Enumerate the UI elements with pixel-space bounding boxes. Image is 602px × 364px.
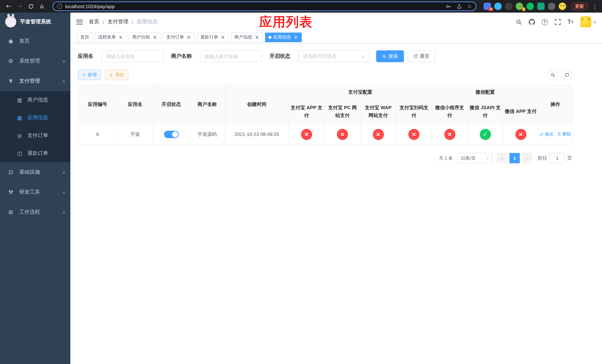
breadcrumb: 首页 / 支付管理 / 应用信息	[89, 19, 158, 25]
home-icon[interactable]: ⌂	[38, 3, 46, 9]
col-header-wx-jsapi: 微信 JSAPI 支付	[467, 99, 503, 124]
breadcrumb-payment[interactable]: 支付管理	[108, 19, 128, 25]
viewport: ← → ⌂ i localhost:1024/pay/app ☆ 10 1 更新	[0, 0, 602, 364]
github-icon[interactable]	[529, 19, 535, 25]
caret-down-icon: ∨	[362, 54, 364, 58]
sidebar-item-refund-order[interactable]: ◫ 退款订单	[0, 144, 70, 162]
goto-label: 前往	[538, 155, 547, 161]
tab-home[interactable]: 首页	[77, 32, 93, 42]
col-header-alipay-qr: 支付宝扫码支付	[396, 99, 432, 124]
sidebar-item-merchant-info[interactable]: ▥ 商户信息	[0, 91, 70, 109]
yen-icon: ¥	[7, 78, 14, 85]
table-toolbar: + 新增 导出	[78, 70, 572, 80]
profile-emoji-icon[interactable]	[559, 3, 566, 10]
col-group-wechat: 微信配置	[432, 85, 538, 99]
sidebar-collapse-icon[interactable]	[76, 20, 83, 24]
cell-app-name: 芋道	[117, 124, 153, 145]
tab-pay-order[interactable]: 支付订单×	[163, 32, 195, 42]
close-icon[interactable]: ×	[220, 35, 226, 40]
export-button[interactable]: 导出	[105, 70, 129, 80]
delete-link[interactable]: 删除	[557, 131, 571, 137]
address-bar[interactable]: i localhost:1024/pay/app ☆	[53, 1, 476, 11]
close-icon[interactable]: ×	[293, 35, 298, 40]
app-name-input[interactable]	[101, 50, 164, 62]
breadcrumb-app-info: 应用信息	[137, 19, 158, 25]
refresh-button[interactable]	[562, 70, 572, 80]
breadcrumb-home[interactable]: 首页	[89, 19, 99, 25]
sidebar-item-pay-order[interactable]: ◎ 支付订单	[0, 127, 70, 144]
pagination-total: 共 1 条	[439, 155, 453, 161]
col-header-app-name: 应用名	[117, 85, 153, 124]
sidebar-item-app-info[interactable]: ▦ 应用信息	[0, 109, 70, 127]
close-icon[interactable]: ×	[186, 35, 191, 40]
navbar: 首页 / 支付管理 / 应用信息 ? TT ∨	[70, 13, 602, 31]
user-avatar-menu[interactable]: ∨	[580, 16, 596, 27]
gear-icon: ⚙	[7, 58, 14, 64]
extension-dark-icon[interactable]	[505, 3, 512, 10]
reload-icon[interactable]	[27, 3, 35, 9]
tab-app-info[interactable]: 应用信息×	[265, 32, 302, 42]
toggle-search-button[interactable]	[548, 70, 558, 80]
merchant-name-input[interactable]	[200, 50, 262, 62]
status-toggle[interactable]	[164, 130, 179, 138]
status-label: 开启状态	[269, 53, 290, 60]
sidebar-item-system[interactable]: ⚙ 系统管理 ∨	[0, 51, 70, 71]
search-button[interactable]: 搜索	[376, 50, 404, 62]
extension-avatar-icon[interactable]: 1	[516, 3, 523, 10]
wx-mini-status-icon: ×	[444, 129, 455, 140]
main-content: 应用名 商户名称 开启状态 请选择开启状态 ∨ 搜索	[70, 44, 602, 364]
sidebar-item-infra[interactable]: ⊡ 基础设施 ∨	[0, 162, 70, 182]
site-info-icon[interactable]: i	[57, 4, 62, 9]
dashboard-icon: ◉	[7, 38, 14, 44]
reset-button[interactable]: 重置	[408, 50, 435, 62]
tab-refund-order[interactable]: 退款订单×	[197, 32, 229, 42]
col-header-merchant: 商户名称	[189, 85, 225, 124]
bookmark-star-icon[interactable]: ☆	[467, 3, 472, 9]
extension-green-icon[interactable]	[537, 3, 545, 10]
sidebar-item-workflow[interactable]: ⊞ 工作流程 ∨	[0, 202, 70, 222]
wechat-devtools-icon[interactable]	[527, 3, 534, 10]
browser-update-button[interactable]: 更新	[570, 2, 588, 10]
tab-merchant-info[interactable]: 商户信息×	[231, 32, 263, 42]
goto-page-input[interactable]	[550, 153, 565, 163]
page-number-1[interactable]: 1	[509, 153, 520, 163]
password-key-icon[interactable]	[446, 3, 451, 9]
add-button[interactable]: + 新增	[78, 70, 101, 80]
sidebar-item-devtools[interactable]: ⚒ 研发工具 ∨	[0, 182, 70, 202]
forward-icon[interactable]: →	[16, 3, 24, 9]
tab-process-form[interactable]: 流程表单×	[95, 32, 127, 42]
col-header-app-id: 应用编号	[78, 85, 117, 124]
extensions-row: 10 1	[480, 3, 566, 10]
help-icon[interactable]: ?	[542, 19, 548, 25]
app-logo: 芋道管理系统	[0, 13, 70, 31]
back-icon[interactable]: ←	[4, 3, 13, 9]
extension-pin-icon[interactable]	[548, 3, 555, 10]
fullscreen-icon[interactable]	[555, 19, 561, 25]
edit-link[interactable]: 修改	[539, 131, 553, 137]
extension-puzzle-icon[interactable]: 10	[484, 3, 491, 10]
page-size-select[interactable]: 10条/页 ∨	[457, 153, 492, 163]
close-icon[interactable]: ×	[118, 35, 123, 40]
col-header-actions: 操作	[538, 85, 572, 124]
browser-menu-icon[interactable]: ⋮	[592, 3, 598, 10]
extension-drop-icon[interactable]	[494, 3, 502, 10]
col-header-status: 开启状态	[153, 85, 189, 124]
share-icon[interactable]	[456, 3, 462, 9]
status-select[interactable]: 请选择开启状态 ∨	[298, 50, 369, 62]
search-icon[interactable]	[516, 19, 522, 25]
sidebar-item-payment[interactable]: ¥ 支付管理 ∧	[0, 71, 70, 91]
sidebar-item-home[interactable]: ◉ 首页	[0, 31, 70, 51]
pay-order-icon: ◎	[16, 133, 23, 139]
tab-user-group[interactable]: 用户分组×	[129, 32, 161, 42]
sidebar: 芋道管理系统 ◉ 首页 ⚙ 系统管理 ∨ ¥ 支付管理 ∧ ▥ 商户信息 ▦ 应…	[0, 13, 70, 364]
tags-view: 首页 流程表单× 用户分组× 支付订单× 退款订单× 商户信息× 应用信息×	[70, 31, 602, 44]
page-unit-label: 页	[567, 155, 572, 161]
close-icon[interactable]: ×	[152, 35, 157, 40]
next-page-button[interactable]: ›	[522, 153, 532, 163]
close-icon[interactable]: ×	[254, 35, 259, 40]
font-size-icon[interactable]: TT	[568, 19, 573, 25]
prev-page-button[interactable]: ‹	[497, 153, 507, 163]
wx-app-status-icon: ×	[515, 129, 526, 140]
caret-down-icon: ∨	[593, 20, 596, 24]
table-row: 6 芋道 芋道源码 2021-10-23 08:49:25 × × × × × …	[78, 124, 572, 145]
